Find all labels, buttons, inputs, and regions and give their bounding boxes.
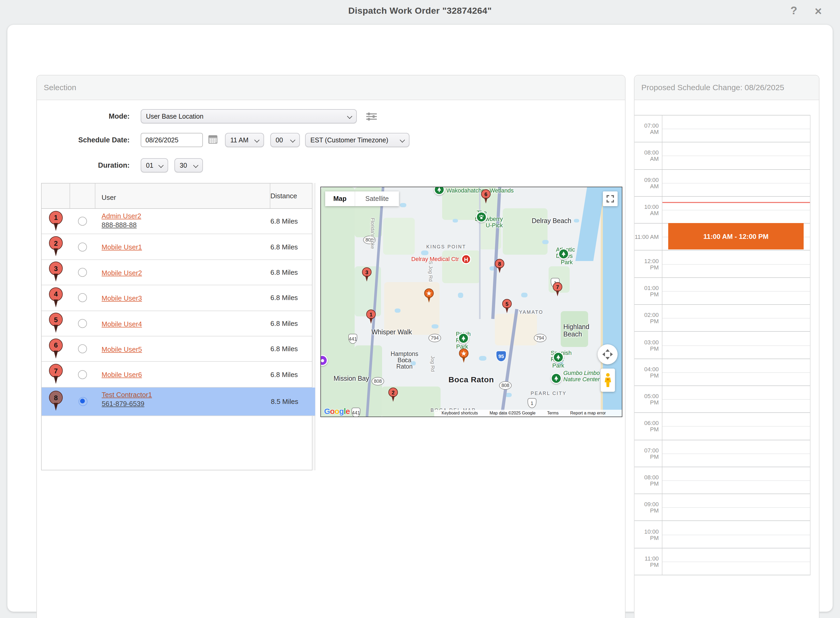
park-icon[interactable]	[551, 373, 562, 384]
road-label: Jog Rd	[430, 356, 436, 372]
table-row[interactable]: 2 Mobile User1 6.8 Miles	[41, 235, 312, 260]
pegman-icon[interactable]	[601, 368, 615, 392]
schedule-hour-row[interactable]: 11:00 PM	[634, 548, 810, 575]
sliders-icon[interactable]	[366, 112, 377, 123]
user-name-link[interactable]: Mobile User2	[102, 268, 271, 277]
schedule-hour-row[interactable]: 01:00 PM	[634, 277, 810, 305]
schedule-hour-row[interactable]: 10:00 AM	[634, 196, 810, 223]
schedule-date-input[interactable]	[141, 133, 203, 147]
map-label[interactable]: KINGS POINT	[426, 244, 466, 250]
user-radio[interactable]	[78, 242, 87, 251]
schedule-hour-row[interactable]: 07:00 AM	[634, 115, 810, 142]
window-title: Dispatch Work Order "32874264"	[0, 6, 840, 16]
map-label[interactable]: The GirlsStrawberry U-Pick	[416, 209, 475, 216]
report-error-link[interactable]: Report a map error	[570, 411, 606, 416]
paw-icon[interactable]	[476, 211, 487, 223]
fullscreen-icon[interactable]	[603, 192, 618, 206]
map-pin-icon: 4	[49, 287, 63, 309]
mode-select[interactable]: User Base Location	[141, 109, 357, 123]
map-marker[interactable]: 2	[388, 388, 398, 403]
map-marker[interactable]: 1	[366, 309, 376, 325]
user-radio[interactable]	[78, 319, 87, 328]
schedule-hour-row[interactable]: 04:00 PM	[634, 358, 810, 385]
timezone-select[interactable]: EST (Customer Timezone)	[305, 133, 409, 147]
user-phone-link[interactable]: 888-888-88	[102, 220, 271, 229]
map-label[interactable]: Whisper Walk	[372, 328, 412, 336]
park-icon[interactable]	[458, 333, 469, 344]
map-label[interactable]: Mission Bay	[333, 375, 369, 382]
schedule-hour-row[interactable]: 12:00 PM	[634, 250, 810, 277]
map-marker[interactable]: 5	[502, 299, 512, 314]
duration-minutes-select[interactable]: 30	[175, 158, 203, 172]
schedule-hour-row[interactable]: 10:00 PM	[634, 521, 810, 548]
map-label[interactable]: PEARL CITY	[531, 391, 566, 396]
terms-link[interactable]: Terms	[547, 411, 559, 416]
user-name-link[interactable]: Mobile User4	[102, 319, 271, 328]
map-label[interactable]: Hamptons atBoca Raton	[361, 351, 419, 357]
user-radio[interactable]	[78, 370, 87, 379]
user-name-link[interactable]: Mobile User3	[102, 294, 271, 303]
map-marker[interactable]: 8	[495, 259, 504, 274]
map-label[interactable]: Wakodahatchee Wetlands	[446, 187, 514, 193]
time-label: 04:00 PM	[634, 365, 659, 379]
map-label[interactable]: YAMATO	[519, 309, 543, 315]
hospital-icon[interactable]: H	[461, 254, 471, 264]
table-scrollbar[interactable]	[314, 183, 316, 470]
user-radio[interactable]	[78, 293, 87, 302]
table-row[interactable]: 3 Mobile User2 6.8 Miles	[41, 260, 312, 285]
map-marker[interactable]: 6	[481, 189, 490, 205]
work-order-pin[interactable]: ★	[459, 349, 468, 364]
schedule-hour-row[interactable]: 02:00 PM	[634, 304, 810, 331]
schedule-hour-row[interactable]: 09:00 PM	[634, 493, 810, 521]
schedule-hour-row[interactable]: 05:00 PM	[634, 385, 810, 413]
keyboard-shortcuts-link[interactable]: Keyboard shortcuts	[441, 411, 478, 416]
table-row[interactable]: 5 Mobile User4 6.8 Miles	[41, 311, 312, 336]
user-name-link[interactable]: Mobile User1	[102, 243, 271, 252]
schedule-hour-row[interactable]: 07:00 PM	[634, 440, 810, 466]
duration-hours-select[interactable]: 01	[141, 158, 168, 172]
table-row[interactable]: 4 Mobile User3 6.8 Miles	[41, 285, 312, 311]
map-label[interactable]: PatchReef Park	[419, 331, 456, 337]
map-marker[interactable]: 7	[553, 282, 562, 297]
map-marker[interactable]: 3	[362, 267, 372, 283]
map-label[interactable]: Delray Beach	[532, 217, 571, 224]
table-row[interactable]: 1 Admin User2 888-888-88 6.8 Miles	[41, 209, 312, 235]
user-name-link[interactable]: Mobile User5	[102, 345, 271, 354]
help-icon[interactable]: ?	[790, 4, 797, 17]
table-row-selected[interactable]: 8 Test Contractor1 561-879-6539 8.5 Mile…	[41, 387, 315, 416]
pan-control[interactable]	[598, 344, 618, 364]
schedule-hour-row[interactable]: 03:00 PM	[634, 331, 810, 358]
map-label[interactable]: HighlandBeach	[547, 323, 580, 331]
user-radio[interactable]	[78, 268, 87, 277]
map-label[interactable]: Gumbo LimboNature Center	[563, 370, 606, 376]
user-name-link[interactable]: Mobile User6	[102, 370, 271, 379]
map-label[interactable]: SpanishRiver Park	[508, 350, 551, 356]
user-name-link[interactable]: Test Contractor1	[102, 390, 271, 399]
user-radio[interactable]	[78, 344, 87, 353]
map-label[interactable]: Delray Medical Ctr	[395, 256, 459, 262]
park-icon[interactable]	[553, 352, 564, 363]
map-pin-icon: 3	[49, 262, 63, 283]
minute-select[interactable]: 00	[270, 133, 300, 147]
map-tab[interactable]: Map	[325, 192, 355, 206]
map-label[interactable]: Boca Raton	[449, 375, 494, 384]
close-icon[interactable]: ×	[815, 4, 822, 18]
table-row[interactable]: 6 Mobile User5 6.8 Miles	[41, 336, 312, 362]
calendar-icon[interactable]	[208, 134, 218, 146]
google-map[interactable]: Wakodahatchee Wetlands The GirlsStrawber…	[320, 187, 622, 417]
user-radio-selected[interactable]	[78, 397, 87, 406]
schedule-event[interactable]: 11:00 AM - 12:00 PM	[668, 223, 804, 250]
schedule-hour-row[interactable]: 09:00 AM	[634, 169, 810, 196]
hour-select[interactable]: 11 AM	[225, 133, 264, 147]
work-order-pin[interactable]: ★	[424, 288, 434, 304]
user-name-link[interactable]: Admin User2	[102, 211, 271, 220]
schedule-hour-row[interactable]: 06:00 PM	[634, 413, 810, 440]
user-radio[interactable]	[78, 217, 87, 226]
satellite-tab[interactable]: Satellite	[355, 192, 399, 206]
park-icon[interactable]	[558, 248, 569, 260]
user-phone-link[interactable]: 561-879-6539	[102, 399, 271, 408]
map-label[interactable]: AtlanticDunes Park	[514, 246, 556, 253]
table-row[interactable]: 7 Mobile User6 6.8 Miles	[41, 362, 312, 388]
schedule-hour-row[interactable]: 08:00 PM	[634, 466, 810, 494]
schedule-hour-row[interactable]: 08:00 AM	[634, 142, 810, 169]
